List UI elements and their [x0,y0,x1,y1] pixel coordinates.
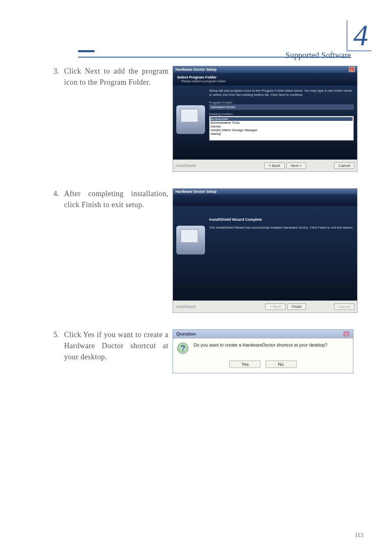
step-number: 4. [53,188,64,210]
banner-title: Select Program Folder [177,75,353,79]
titlebar: Hardware Doctor Setup [173,189,357,194]
step-body: Click Next to add the program icon to th… [64,66,168,88]
header-rule: Supported Software [78,49,351,58]
step-5: 5. Click Yes if you want to create a Har… [53,329,168,363]
installshield-brand: InstallShield [175,164,196,168]
existing-folders-label: Existing Folders: [209,112,354,116]
installer-dialog-complete: Hardware Doctor Setup InstallShield Wiza… [173,188,357,313]
installer-dialog-folder: Hardware Doctor Setup × Select Program F… [173,66,357,172]
step-3: 3. Click Next to add the program icon to… [53,66,168,88]
step-number: 3. [53,66,64,88]
yes-button[interactable]: Yes [229,361,261,368]
cancel-button: Cancel [334,303,355,310]
step-body: Click Yes if you want to create a Hardwa… [64,329,168,363]
list-item[interactable]: Accessories [210,117,353,121]
installshield-brand: InstallShield [175,305,196,309]
chapter-number: 4 [346,21,371,51]
cancel-button[interactable]: Cancel [334,162,355,169]
complete-body-text: The InstallShield Wizard has successfull… [209,226,354,229]
titlebar: Question × [173,330,353,338]
existing-folders-list[interactable]: Accessories Administrative Tools Games I… [209,116,354,141]
installer-description: Setup will add program icons to the Prog… [209,89,354,97]
program-folder-input[interactable]: Hardware Doctor [209,104,354,110]
banner-subtitle: Please select a program folder. [177,79,353,83]
list-item[interactable]: Startup [210,132,353,136]
program-folder-label: Program Folder: [209,101,354,104]
window-title: Question [176,331,196,336]
back-button[interactable]: < Back [264,162,285,169]
question-message: Do you want to create a HardwareDoctor s… [194,342,349,347]
back-button: < Back [265,303,286,310]
banner: Select Program Folder Please select a pr… [173,73,357,86]
next-button[interactable]: Next > [286,162,306,169]
close-icon[interactable]: × [343,331,350,337]
window-title: Hardware Doctor Setup [175,67,217,72]
question-dialog: Question × ? Do you want to create a Har… [173,329,353,373]
step-4: 4. After completing instal­lation, click… [53,188,168,210]
computer-icon [176,105,205,134]
page-number: 113 [355,532,363,539]
list-item[interactable]: Intel(R) Matrix Storage Manager [210,128,353,132]
step-body: After completing instal­lation, click Fi… [64,188,168,210]
titlebar: Hardware Doctor Setup × [173,66,357,73]
complete-heading: InstallShield Wizard Complete [209,217,354,222]
computer-icon [176,226,205,254]
step-number: 5. [53,329,64,363]
list-item[interactable]: Games [210,125,353,128]
list-item[interactable]: Administrative Tools [210,121,353,125]
section-title: Supported Software [286,51,351,60]
question-icon: ? [177,342,189,354]
window-title: Hardware Doctor Setup [175,190,217,194]
finish-button[interactable]: Finish [287,303,306,310]
banner-empty [173,194,357,206]
close-icon[interactable]: × [349,67,355,72]
no-button[interactable]: No [265,361,297,368]
